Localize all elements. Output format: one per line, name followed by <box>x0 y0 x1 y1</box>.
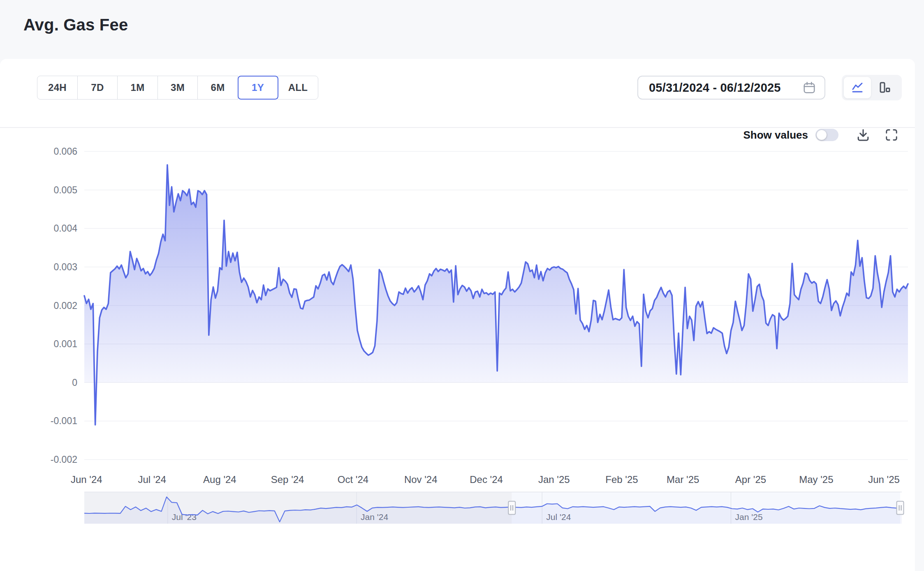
show-values-toggle[interactable] <box>815 129 838 141</box>
date-range-value: 05/31/2024 - 06/12/2025 <box>649 81 781 95</box>
download-icon <box>856 128 871 142</box>
column-chart-view-button[interactable] <box>871 77 898 98</box>
chart-type-toggle <box>842 75 902 100</box>
fullscreen-icon <box>885 128 899 142</box>
range-selector: 24H 7D 1M 3M 6M 1Y ALL <box>37 76 318 100</box>
line-chart-icon <box>851 81 864 94</box>
calendar-icon <box>802 81 816 95</box>
range-button-1m[interactable]: 1M <box>117 76 158 100</box>
download-button[interactable] <box>856 128 871 142</box>
toggle-knob <box>817 130 827 140</box>
range-button-7d[interactable]: 7D <box>77 76 118 100</box>
show-values-label: Show values <box>743 129 808 142</box>
date-range-input[interactable]: 05/31/2024 - 06/12/2025 <box>637 76 825 100</box>
line-chart-view-button[interactable] <box>844 77 871 98</box>
toolbar: 24H 7D 1M 3M 6M 1Y ALL 05/31/2024 - 06/1… <box>0 76 915 100</box>
range-button-6m[interactable]: 6M <box>197 76 238 100</box>
chart-card: 24H 7D 1M 3M 6M 1Y ALL 05/31/2024 - 06/1… <box>0 59 915 571</box>
range-button-1y[interactable]: 1Y <box>238 76 278 100</box>
range-button-3m[interactable]: 3M <box>157 76 198 100</box>
page-title: Avg. Gas Fee <box>23 16 128 34</box>
column-chart-icon <box>878 81 891 94</box>
range-button-all[interactable]: ALL <box>278 76 318 100</box>
chart-controls: Show values <box>743 126 899 144</box>
fullscreen-button[interactable] <box>885 128 899 142</box>
chart-plot-area[interactable] <box>84 210 908 518</box>
range-button-24h[interactable]: 24H <box>37 76 78 100</box>
